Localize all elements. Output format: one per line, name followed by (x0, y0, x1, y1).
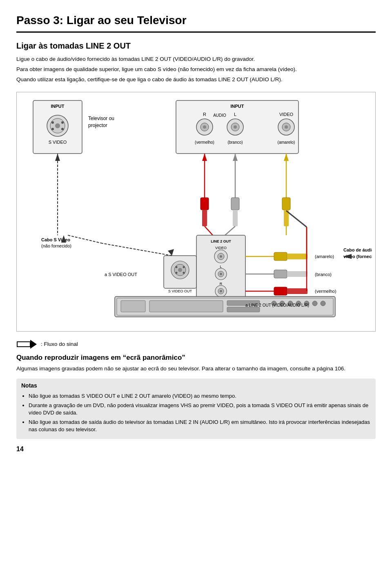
widescreen-title: Quando reproduzir imagens em “ecrã panor… (16, 353, 376, 363)
svg-rect-102 (287, 288, 307, 294)
svg-marker-31 (55, 154, 60, 161)
page-title: Passo 3: Ligar ao seu Televisor (16, 12, 376, 33)
svg-point-4 (55, 123, 60, 128)
widescreen-text: Algumas imagens gravadas podem não se aj… (16, 365, 376, 373)
svg-marker-113 (30, 340, 37, 349)
svg-text:(amarelo): (amarelo) (278, 140, 295, 145)
svg-line-44 (205, 226, 213, 235)
svg-marker-33 (202, 154, 207, 161)
svg-text:(branco): (branco) (315, 272, 332, 277)
svg-rect-41 (233, 210, 238, 226)
svg-marker-37 (284, 154, 289, 161)
svg-text:Televisor ou: Televisor ou (88, 116, 114, 121)
svg-rect-38 (200, 198, 209, 210)
svg-text:INPUT: INPUT (231, 104, 244, 109)
svg-text:a S VIDEO OUT: a S VIDEO OUT (105, 272, 137, 277)
svg-marker-73 (168, 249, 174, 256)
svg-rect-81 (121, 301, 145, 312)
svg-point-60 (220, 290, 222, 292)
svg-text:Cabo S Vídeo: Cabo S Vídeo (41, 237, 70, 242)
svg-point-66 (176, 266, 178, 268)
svg-line-110 (286, 211, 307, 227)
svg-point-91 (321, 301, 325, 306)
nota-3: Não ligue as tomadas de saída áudio do t… (29, 419, 371, 433)
signal-flow-legend: : Fluxo do sinal (16, 340, 376, 349)
svg-text:LINE 2 OUT: LINE 2 OUT (211, 239, 231, 243)
signal-arrow-icon (16, 340, 37, 349)
svg-marker-35 (233, 154, 238, 161)
svg-text:projector: projector (88, 123, 107, 128)
signal-flow-label: : Fluxo do sinal (41, 341, 78, 348)
svg-line-71 (102, 243, 172, 256)
svg-point-52 (220, 255, 222, 258)
svg-text:VIDEO: VIDEO (215, 246, 227, 250)
svg-rect-94 (287, 254, 307, 259)
svg-point-7 (51, 128, 54, 130)
notas-title: Notas (21, 382, 371, 390)
svg-text:(amarelo): (amarelo) (315, 254, 334, 259)
notas-section: Notas Não ligue as tomadas S VIDEO OUT e… (16, 379, 376, 439)
connection-diagram: INPUT S VIDEO Televisor ou projector INP… (16, 92, 376, 332)
svg-text:(vermelho): (vermelho) (195, 140, 214, 145)
intro-paragraph-3: Quando utilizar esta ligação, certifique… (16, 76, 376, 84)
svg-rect-101 (274, 287, 287, 295)
section-title: Ligar às tomadas LINE 2 OUT (16, 40, 376, 51)
svg-line-45 (225, 226, 235, 235)
svg-text:a LINE 2 OUT (VIDEO/AUDIO L/R): a LINE 2 OUT (VIDEO/AUDIO L/R) (245, 303, 309, 307)
svg-line-72 (68, 235, 102, 243)
svg-text:INPUT: INPUT (51, 104, 65, 109)
svg-text:R: R (203, 112, 206, 117)
svg-point-68 (176, 272, 178, 274)
svg-point-5 (51, 121, 54, 124)
nota-2: Durante a gravação de um DVD, não poderá… (29, 402, 371, 417)
svg-rect-39 (202, 210, 207, 226)
svg-point-67 (183, 266, 185, 268)
svg-rect-42 (282, 198, 290, 210)
svg-rect-82 (149, 301, 223, 312)
svg-text:Cabo de áudio/: Cabo de áudio/ (343, 247, 372, 252)
notas-list: Não ligue as tomadas S VIDEO OUT e LINE … (21, 392, 371, 434)
svg-text:S VIDEO: S VIDEO (49, 140, 67, 145)
diagram-svg: INPUT S VIDEO Televisor ou projector INP… (21, 96, 372, 325)
svg-text:(não fornecido): (não fornecido) (41, 243, 71, 248)
svg-point-69 (183, 272, 185, 274)
svg-rect-98 (287, 271, 307, 277)
svg-text:(branco): (branco) (227, 140, 243, 145)
svg-rect-40 (231, 198, 239, 210)
svg-text:(vermelho): (vermelho) (315, 289, 336, 294)
page-number: 14 (16, 445, 376, 454)
svg-rect-84 (227, 307, 260, 312)
svg-rect-93 (274, 252, 287, 261)
svg-point-8 (61, 128, 64, 130)
svg-point-65 (178, 268, 182, 272)
svg-point-90 (312, 301, 317, 306)
nota-1: Não ligue as tomadas S VIDEO OUT e LINE … (29, 392, 371, 400)
svg-text:L: L (234, 112, 236, 117)
svg-rect-112 (17, 342, 30, 347)
svg-text:S VIDEO OUT: S VIDEO OUT (168, 289, 192, 293)
svg-point-17 (203, 125, 206, 129)
svg-text:AUDIO: AUDIO (213, 113, 226, 118)
intro-paragraph-2: Para obter imagens de qualidade superior… (16, 66, 376, 74)
svg-rect-97 (274, 270, 287, 278)
svg-point-56 (220, 273, 222, 275)
svg-text:VIDEO: VIDEO (279, 112, 294, 117)
intro-paragraph-1: Ligue o cabo de áudio/vídeo fornecido às… (16, 56, 376, 63)
svg-point-21 (234, 125, 237, 129)
svg-point-6 (61, 121, 64, 124)
svg-point-25 (285, 125, 288, 129)
